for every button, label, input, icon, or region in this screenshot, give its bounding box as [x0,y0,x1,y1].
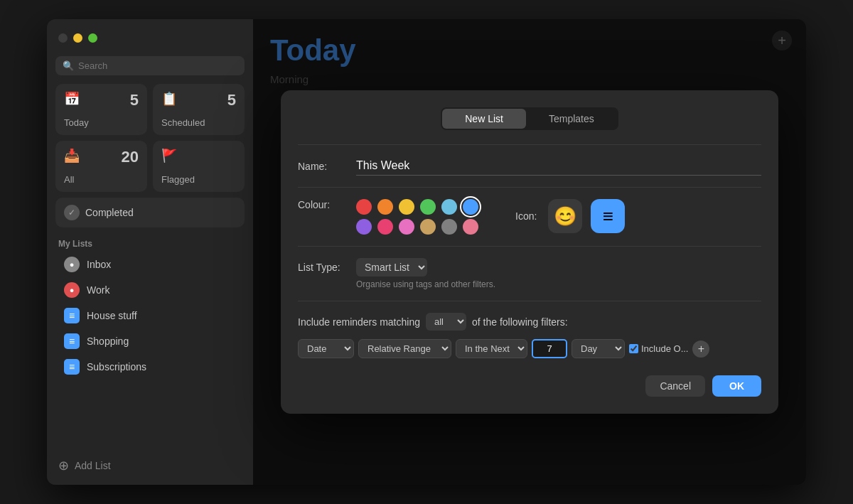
main-content: + Today Morning New List Templates Name: [253,19,806,485]
color-red[interactable] [356,199,372,215]
modal-divider-top [298,144,761,145]
modal-tabs: New List Templates [441,107,618,130]
color-light-pink[interactable] [463,219,478,235]
today-icon: 📅 [64,91,139,107]
name-input[interactable] [356,156,761,176]
today-count: 5 [130,91,139,109]
house-stuff-label: House stuff [87,310,137,321]
work-label: Work [87,284,109,296]
color-gray[interactable] [441,219,457,235]
list-item-subscriptions[interactable]: ≡ Subscriptions [53,355,247,379]
card-scheduled[interactable]: 📋 5 Scheduled [153,84,245,135]
list-type-select[interactable]: Smart List Standard [356,258,427,277]
icon-label: Icon: [515,210,537,222]
color-orange[interactable] [377,199,393,215]
color-dots-row1 [356,199,478,215]
ok-button[interactable]: OK [712,375,761,397]
filter-range-select[interactable]: Relative Range Absolute Range [358,339,451,358]
cards-row: 📅 5 Today 📋 5 Scheduled 📥 20 All 🚩 Flagg… [47,84,253,198]
modal-divider-3 [298,246,761,247]
modal-overlay: New List Templates Name: Colour: [253,19,806,485]
subscriptions-label: Subscriptions [87,361,146,372]
color-dots-row2 [356,219,478,235]
list-item-house-stuff[interactable]: ≡ House stuff [53,304,247,328]
add-list-label: Add List [75,460,111,471]
color-purple[interactable] [356,219,372,235]
include-checkbox-label: Include O... [641,343,688,354]
titlebar [47,19,253,56]
add-filter-button[interactable]: + [692,341,709,358]
inbox-label: Inbox [87,259,111,270]
close-button[interactable] [58,33,68,43]
filter-controls: Date Title Priority Tag Relative Range A… [298,339,761,358]
list-type-row: List Type: Smart List Standard [298,258,761,277]
scheduled-count: 5 [227,91,236,109]
all-count: 20 [122,148,139,166]
shopping-dot: ≡ [64,333,80,349]
modal-divider-4 [298,301,761,301]
include-checkbox[interactable] [629,344,638,353]
completed-label: Completed [85,207,134,218]
add-list-icon: ⊕ [58,458,69,473]
maximize-button[interactable] [88,33,97,43]
new-list-modal: New List Templates Name: Colour: [281,90,778,414]
organise-hint: Organise using tags and other filters. [356,279,761,289]
completed-card[interactable]: ✓ Completed [55,198,245,227]
color-pink-red[interactable] [377,219,393,235]
search-input[interactable] [78,60,237,71]
app-window: 🔍 📅 5 Today 📋 5 Scheduled 📥 20 All 🚩 Fla [47,19,806,485]
list-item-inbox[interactable]: ● Inbox [53,252,247,277]
cancel-button[interactable]: Cancel [645,375,705,397]
name-label: Name: [298,161,348,172]
shopping-label: Shopping [87,336,129,347]
color-light-blue[interactable] [441,199,457,215]
tab-templates[interactable]: Templates [526,109,617,129]
matching-row: Include reminders matching all any of th… [298,313,761,331]
color-pink[interactable] [399,219,414,235]
search-bar[interactable]: 🔍 [55,56,245,75]
sidebar: 🔍 📅 5 Today 📋 5 Scheduled 📥 20 All 🚩 Fla [47,19,253,485]
all-label: All [64,174,139,185]
my-lists-section-label: My Lists [47,233,253,252]
color-green[interactable] [420,199,436,215]
name-row: Name: [298,156,761,176]
work-dot: ● [64,282,80,298]
all-select[interactable]: all any [426,313,466,331]
modal-divider-mid [298,187,761,188]
color-tan[interactable] [420,219,436,235]
card-all[interactable]: 📥 20 All [55,141,147,192]
filter-field-select[interactable]: Date Title Priority Tag [298,339,354,358]
tab-new-list[interactable]: New List [442,109,526,129]
filter-unit-select[interactable]: Day Week Month Year [572,339,625,358]
subscriptions-dot: ≡ [64,359,80,375]
color-yellow[interactable] [399,199,414,215]
list-item-shopping[interactable]: ≡ Shopping [53,329,247,353]
icon-list[interactable]: ≡ [591,199,625,233]
icon-emoji[interactable]: 😊 [548,199,582,233]
color-blue[interactable] [463,199,478,215]
color-row [356,199,478,235]
of-filters-label: of the following filters: [472,316,568,328]
card-today[interactable]: 📅 5 Today [55,84,147,135]
filter-value-input[interactable] [532,339,567,358]
flagged-icon: 🚩 [161,148,236,163]
completed-check-icon: ✓ [64,205,80,220]
house-stuff-dot: ≡ [64,308,80,323]
modal-footer: Cancel OK [298,375,761,397]
inbox-dot: ● [64,257,80,272]
list-type-label: List Type: [298,262,348,273]
list-item-work[interactable]: ● Work [53,278,247,302]
flagged-label: Flagged [161,174,236,185]
colour-label: Colour: [298,199,348,210]
icon-section: Icon: 😊 ≡ [515,199,625,233]
card-flagged[interactable]: 🚩 Flagged [153,141,245,192]
filter-direction-select[interactable]: In the Next In the Last [456,339,527,358]
search-icon: 🔍 [63,60,74,71]
today-label: Today [64,117,139,128]
scheduled-icon: 📋 [161,91,236,107]
include-label: Include reminders matching [298,316,420,328]
add-list-button[interactable]: ⊕ Add List [47,452,253,479]
filter-checkbox-wrap: Include O... [629,343,688,354]
scheduled-label: Scheduled [161,117,236,128]
minimize-button[interactable] [73,33,82,43]
